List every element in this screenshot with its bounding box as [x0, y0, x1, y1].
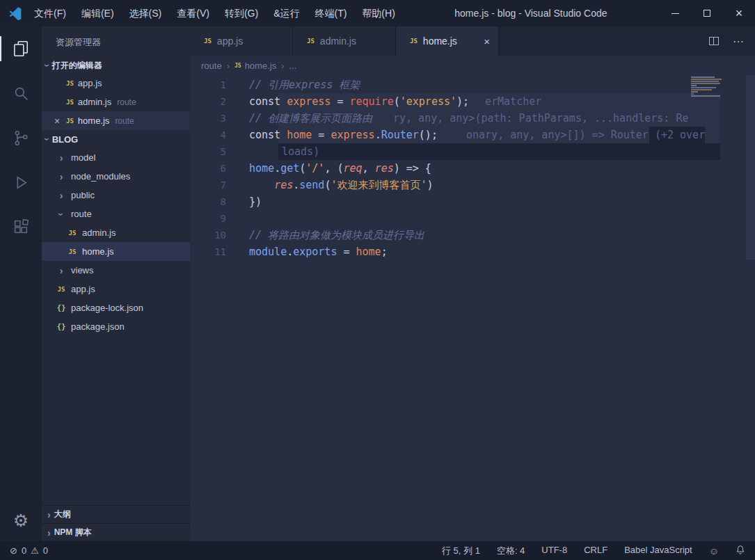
extensions-icon[interactable]: [0, 205, 42, 249]
tree-item-admin.js[interactable]: JSadmin.js: [42, 223, 190, 242]
minimap[interactable]: [691, 77, 726, 97]
status-item[interactable]: Babel JavaScript: [624, 545, 692, 557]
breadcrumb-item[interactable]: JShome.js: [235, 61, 276, 71]
token: .: [375, 129, 381, 141]
code-line[interactable]: 9: [190, 210, 755, 227]
tab-app.js[interactable]: JSapp.js: [190, 26, 293, 56]
tree-item-home.js[interactable]: JShome.js: [42, 242, 190, 261]
token: =: [337, 246, 356, 258]
activity-bar: ⚙: [0, 26, 42, 541]
tree-item-package.json[interactable]: {}package.json: [42, 317, 190, 336]
feedback-smiley-icon[interactable]: ☺: [709, 545, 719, 557]
code-line[interactable]: 10// 将路由对象做为模块成员进行导出: [190, 227, 755, 243]
token: res: [274, 179, 293, 191]
file-tree: ›model›node_modules›public›routeJSadmin.…: [42, 148, 190, 336]
code-text: const express = require('express');: [249, 93, 469, 110]
code-line[interactable]: 6home.get('/', (req, res) => {: [190, 160, 755, 177]
tree-item-route[interactable]: ›route: [42, 205, 190, 223]
workspace-root-header[interactable]: › BLOG: [42, 130, 190, 148]
sidebar-section-大纲[interactable]: ›大纲: [42, 505, 190, 523]
minimize-button[interactable]: [659, 0, 691, 26]
explorer-icon[interactable]: [0, 26, 42, 71]
tree-item-app.js[interactable]: JSapp.js: [42, 280, 190, 298]
editor-scrollbar[interactable]: [746, 75, 755, 259]
menu-item[interactable]: 帮助(H): [354, 0, 402, 26]
tab-label: admin.js: [320, 35, 356, 47]
code-text: const home = express.Router();: [249, 127, 438, 143]
vscode-logo-icon: [8, 6, 22, 20]
tree-item-node_modules[interactable]: ›node_modules: [42, 167, 190, 186]
code-lines: 1// 引用express 框架2const express = require…: [190, 77, 755, 260]
breadcrumb-item[interactable]: ...: [289, 61, 297, 71]
menu-item[interactable]: 终端(T): [307, 0, 354, 26]
split-editor-icon[interactable]: [709, 37, 719, 45]
sidebar-bottom-sections: ›大纲›NPM 脚本: [42, 505, 190, 541]
code-line[interactable]: 5: [190, 143, 755, 160]
close-button[interactable]: ×: [723, 0, 755, 26]
code-line[interactable]: 1// 引用express 框架: [190, 77, 755, 93]
run-debug-icon[interactable]: [0, 160, 42, 205]
breadcrumb-item[interactable]: route: [201, 61, 222, 71]
line-number: 9: [190, 210, 226, 227]
menu-item[interactable]: 文件(F): [26, 0, 74, 26]
line-number: 7: [190, 177, 226, 193]
maximize-button[interactable]: [691, 0, 723, 26]
file-label: views: [71, 265, 94, 275]
status-item[interactable]: UTF-8: [541, 545, 567, 557]
status-item[interactable]: 空格: 4: [497, 545, 525, 557]
token: =: [312, 129, 331, 141]
chevron-separator-icon: ›: [227, 61, 230, 71]
menu-item[interactable]: 选择(S): [122, 0, 170, 26]
token: ();: [419, 129, 438, 141]
js-file-icon: JS: [66, 80, 74, 87]
code-line[interactable]: 4const home = express.Router();: [190, 127, 755, 143]
tree-item-model[interactable]: ›model: [42, 148, 190, 167]
code-line[interactable]: 3// 创建博客展示页面路由: [190, 110, 755, 127]
line-number: 1: [190, 77, 226, 93]
token: =: [331, 95, 349, 108]
open-editors-header[interactable]: › 打开的编辑器: [42, 57, 190, 74]
status-right: 行 5, 列 1空格: 4UTF-8CRLFBabel JavaScript ☺: [442, 545, 745, 557]
line-number: 5: [190, 143, 226, 160]
token: const: [249, 129, 287, 141]
menu-item[interactable]: &运行: [266, 0, 307, 26]
js-file-icon: JS: [66, 118, 74, 125]
notifications-bell-icon[interactable]: [736, 545, 745, 557]
error-icon: ⊘: [10, 545, 17, 556]
tree-item-public[interactable]: ›public: [42, 186, 190, 205]
sidebar-section-NPM 脚本[interactable]: ›NPM 脚本: [42, 523, 190, 541]
tab-home.js[interactable]: JShome.js×: [396, 26, 499, 56]
tree-item-package-lock.json[interactable]: {}package-lock.json: [42, 298, 190, 317]
tree-item-views[interactable]: ›views: [42, 261, 190, 280]
token: '欢迎来到博客首页': [331, 179, 427, 191]
open-editor-admin.js[interactable]: JSadmin.jsroute: [42, 93, 190, 111]
code-line[interactable]: 2const express = require('express');: [190, 93, 755, 110]
code-line[interactable]: 11module.exports = home;: [190, 243, 755, 260]
error-count: 0: [22, 545, 26, 556]
code-line[interactable]: 8}): [190, 193, 755, 210]
open-editor-app.js[interactable]: JSapp.js: [42, 74, 190, 93]
token: (: [394, 95, 400, 108]
chevron-separator-icon: ›: [281, 61, 284, 71]
more-actions-icon[interactable]: ⋯: [733, 35, 744, 48]
problems-indicator[interactable]: ⊘ 0 ⚠ 0: [10, 545, 48, 556]
settings-gear-icon[interactable]: ⚙: [0, 499, 42, 541]
line-number: 3: [190, 110, 226, 127]
status-item[interactable]: 行 5, 列 1: [442, 545, 480, 557]
tab-admin.js[interactable]: JSadmin.js: [293, 26, 396, 56]
chevron-right-icon: ›: [47, 510, 51, 520]
menu-item[interactable]: 编辑(E): [74, 0, 122, 26]
search-icon[interactable]: [0, 71, 42, 115]
js-file-icon: JS: [69, 230, 77, 237]
code-line[interactable]: 7 res.send('欢迎来到博客首页'): [190, 177, 755, 193]
token: require: [350, 95, 394, 108]
menu-item[interactable]: 查看(V): [169, 0, 217, 26]
menu-item[interactable]: 转到(G): [217, 0, 266, 26]
close-icon[interactable]: ×: [484, 35, 490, 47]
token: [249, 179, 274, 191]
source-control-icon[interactable]: [0, 115, 42, 160]
code-editor[interactable]: erMatcherry, any, any>(path: PathParams,…: [190, 75, 755, 541]
status-item[interactable]: CRLF: [584, 545, 607, 557]
explorer-sidebar: 资源管理器 › 打开的编辑器 JSapp.jsJSadmin.jsroute×J…: [42, 26, 190, 541]
open-editor-home.js[interactable]: ×JShome.jsroute: [42, 111, 190, 130]
